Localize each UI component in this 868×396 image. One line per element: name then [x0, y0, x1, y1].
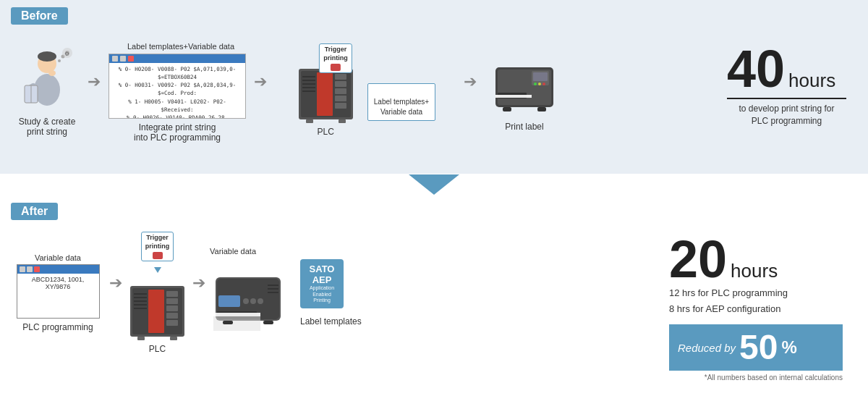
before-hours-unit: hours: [788, 69, 835, 92]
before-step3-group: Trigger printing: [271, 43, 459, 140]
svg-rect-15: [302, 76, 315, 77]
svg-rect-16: [302, 80, 315, 81]
code-line-3: % 1- H0005- V0401- L0202- P02- $Received…: [113, 98, 242, 114]
svg-rect-45: [134, 308, 147, 309]
after-win-btn-1: [20, 266, 25, 272]
before-step2-top-label: Label templates+Variable data: [120, 42, 234, 51]
win-btn-3: [128, 56, 134, 62]
before-plc-group: Trigger printing: [295, 43, 357, 137]
after-flow-row: Variable data ABCD1234, 1001, XY/9876 PL…: [11, 226, 857, 360]
svg-point-57: [250, 298, 256, 304]
before-flow-row: ⚙ Study & create print string ➔ Label te…: [11, 30, 857, 153]
after-step3-top-label: Variable data: [210, 247, 256, 256]
after-step4-label: Label templates: [300, 316, 362, 327]
svg-point-58: [258, 298, 263, 304]
after-step1: Variable data ABCD1234, 1001, XY/9876 PL…: [11, 253, 105, 332]
svg-rect-64: [268, 292, 278, 293]
person-icon: ⚙: [22, 48, 72, 113]
main-container: Before: [0, 0, 868, 396]
arrow3: ➔: [464, 72, 477, 91]
before-stats-line: [727, 98, 846, 99]
trigger-down-arrow-after: [154, 267, 161, 273]
svg-rect-40: [148, 290, 164, 333]
before-section: Before: [0, 0, 868, 174]
svg-rect-55: [218, 295, 240, 307]
svg-rect-43: [134, 300, 147, 302]
after-arrow2: ➔: [192, 274, 205, 292]
svg-point-7: [58, 59, 61, 62]
win-btn-2: [120, 56, 126, 62]
after-hours-unit: hours: [731, 260, 778, 282]
after-win-btn-3: [34, 266, 40, 272]
svg-rect-23: [335, 96, 346, 101]
svg-rect-17: [302, 83, 315, 85]
svg-rect-35: [495, 95, 532, 98]
code-line-1: % 0- H0208- V0088- P02 $A,071,039,0- $=E…: [113, 65, 242, 82]
svg-rect-66: [263, 321, 273, 324]
after-hours-number: 20: [669, 233, 727, 285]
reduced-pct: %: [781, 337, 796, 358]
svg-rect-51: [137, 337, 145, 340]
svg-point-31: [534, 83, 537, 85]
label-templates-box-before: Label templates+ Variable data: [367, 83, 435, 121]
svg-point-32: [538, 83, 541, 85]
after-vardata-box: ABCD1234, 1001, XY/9876: [17, 264, 100, 319]
aep-text: AEP: [306, 274, 338, 285]
reduced-box: Reduced by 50 %: [669, 324, 843, 371]
svg-rect-25: [306, 119, 313, 123]
svg-rect-19: [302, 90, 315, 92]
reduced-label: Reduced by: [678, 342, 736, 354]
before-step4: Print label: [481, 53, 568, 132]
printer-icon-after: [210, 259, 297, 339]
before-step3-top: Trigger printing: [295, 43, 435, 137]
svg-rect-46: [166, 291, 178, 297]
before-step1-label: Study & create print string: [19, 117, 76, 137]
aep-sub-text: Application Enabled Printing: [306, 285, 338, 303]
after-step4: SATO AEP Application Enabled Printing La…: [300, 259, 362, 326]
svg-rect-21: [335, 81, 346, 87]
before-stats-desc: to develop print string for PLC programm…: [727, 103, 846, 127]
after-step3-group: Variable data: [210, 247, 297, 339]
svg-rect-22: [335, 88, 346, 94]
after-win-btn-2: [27, 266, 33, 272]
svg-rect-24: [335, 103, 346, 109]
svg-point-2: [38, 51, 56, 62]
printer-icon-before: [492, 53, 557, 118]
down-arrow-icon: [409, 174, 459, 195]
code-line-2: % 0- H0031- V0092- P02 $A,028,034,9- $=C…: [113, 81, 242, 98]
code-line-4: % 0- H0026- V0140- RDA00,26,28, Descript…: [113, 114, 242, 119]
svg-text:⚙: ⚙: [64, 51, 69, 57]
after-stats: 20 hours 12 hrs for PLC programming 8 hr…: [655, 226, 857, 389]
divider: [0, 174, 868, 195]
svg-point-56: [243, 298, 249, 304]
arrow2: ➔: [254, 72, 267, 91]
svg-rect-62: [268, 285, 278, 286]
svg-point-33: [542, 83, 545, 85]
after-stats-desc-2: 8 hrs for AEP configuration: [669, 301, 843, 317]
reduced-number: 50: [739, 330, 778, 365]
trigger-badge-after: Trigger printing: [141, 232, 174, 261]
before-step1: ⚙ Study & create print string: [11, 48, 83, 137]
before-step3-label: PLC: [318, 127, 334, 137]
after-section: After Variable data ABCD1234, 1001, XY/9…: [0, 195, 868, 396]
before-step2-label: Integrate print string into PLC programm…: [134, 122, 221, 143]
footnote: *All numbers based on internal calculati…: [669, 374, 843, 382]
svg-rect-14: [317, 72, 333, 116]
after-step1-label: PLC programming: [22, 322, 93, 332]
before-label: Before: [11, 7, 68, 25]
before-stats: 40 hours to develop print string for PLC…: [712, 35, 857, 135]
after-vardata-value: ABCD1234, 1001, XY/9876: [21, 276, 95, 290]
svg-rect-30: [533, 72, 548, 81]
svg-rect-50: [166, 320, 178, 326]
svg-rect-48: [166, 306, 178, 311]
svg-rect-47: [166, 298, 178, 304]
svg-rect-49: [166, 313, 178, 319]
svg-rect-20: [335, 74, 346, 80]
svg-point-6: [48, 70, 56, 76]
before-code-box: % 0- H0208- V0088- P02 $A,071,039,0- $=E…: [109, 54, 246, 119]
svg-rect-42: [134, 297, 147, 298]
arrow1: ➔: [88, 72, 101, 91]
win-btn-1: [112, 56, 118, 62]
after-label: After: [11, 203, 58, 220]
before-step4-label: Print label: [505, 122, 543, 132]
